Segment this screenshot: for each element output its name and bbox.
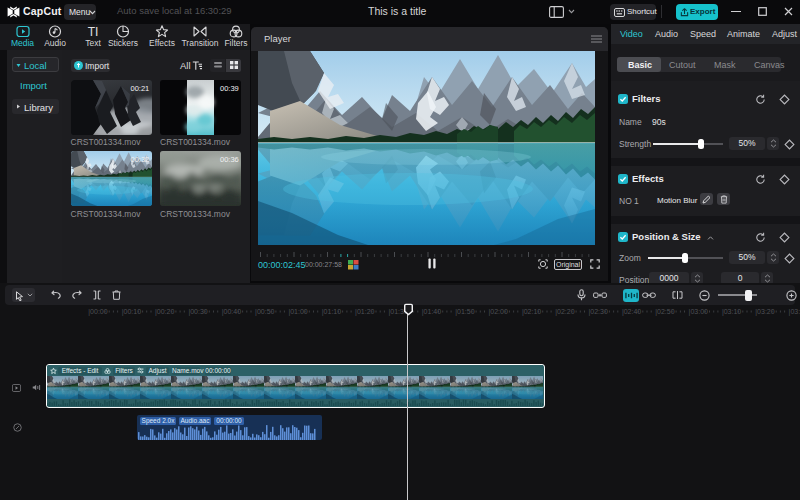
svg-text:|03:30: |03:30 (789, 308, 800, 316)
svg-text:TI: TI (88, 25, 99, 38)
